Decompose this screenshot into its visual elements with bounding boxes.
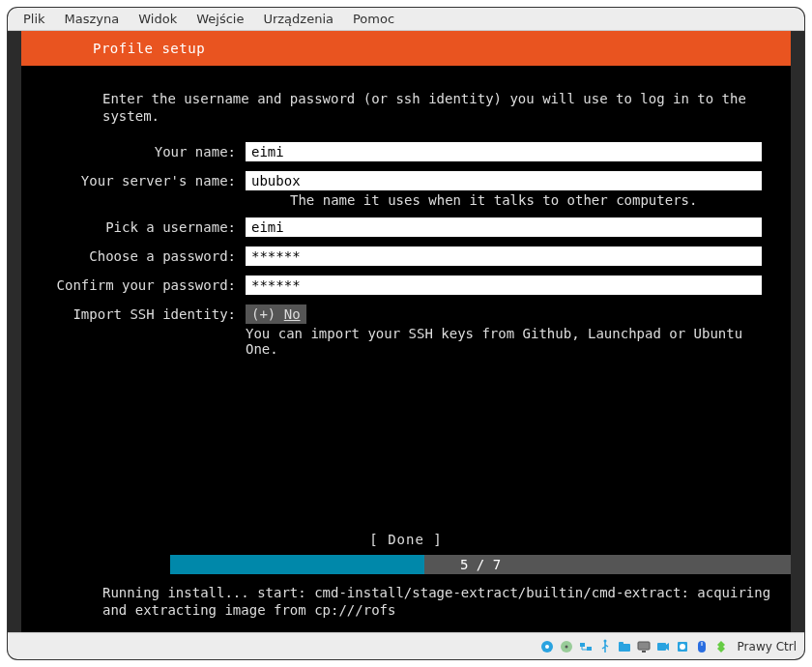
row-confirm-password: Confirm your password: ******	[21, 276, 762, 295]
label-confirm-password: Confirm your password:	[21, 276, 246, 293]
row-server-name: Your server's name: ububox The name it u…	[21, 171, 762, 208]
done-button[interactable]: [ Done ]	[369, 530, 442, 549]
menu-help[interactable]: Pomoc	[343, 12, 404, 26]
svg-rect-11	[657, 643, 666, 651]
progress-text: 5 / 7	[170, 555, 791, 574]
svg-rect-7	[619, 644, 630, 652]
installer-content: Enter the username and password (or ssh …	[21, 66, 791, 357]
svg-rect-15	[701, 642, 702, 646]
label-password: Choose a password:	[21, 246, 246, 264]
install-log: Running install... start: cmd-install/st…	[102, 585, 771, 619]
label-server-name: Your server's name:	[21, 171, 246, 188]
mouse-integration-icon[interactable]	[693, 638, 710, 655]
svg-point-6	[603, 639, 606, 642]
guest-screen: Profile setup Enter the username and pas…	[21, 31, 791, 632]
hint-server-name: The name it uses when it talks to other …	[246, 190, 762, 208]
ssh-toggle-prefix: (+)	[251, 306, 284, 322]
input-confirm-password[interactable]: ******	[246, 276, 762, 295]
installer-title: Profile setup	[93, 41, 205, 56]
svg-rect-9	[638, 642, 650, 650]
row-your-name: Your name: eimi	[21, 142, 762, 161]
statusbar: Prawy Ctrl	[8, 632, 804, 659]
keyboard-captured-icon[interactable]	[712, 638, 730, 655]
menu-file[interactable]: Plik	[14, 12, 55, 26]
svg-rect-4	[580, 643, 585, 647]
svg-point-1	[545, 645, 549, 649]
vm-window: Plik Maszyna Widok Wejście Urządzenia Po…	[8, 8, 804, 659]
installer-intro: Enter the username and password (or ssh …	[21, 91, 791, 142]
row-ssh-identity: Import SSH identity: (+) No You can impo…	[21, 304, 762, 357]
label-username: Pick a username:	[21, 218, 246, 235]
hdd-icon[interactable]	[538, 638, 556, 655]
display-icon[interactable]	[635, 638, 652, 655]
input-password[interactable]: ******	[246, 246, 762, 266]
host-key-label: Prawy Ctrl	[732, 640, 797, 653]
installer-title-bar: Profile setup	[21, 31, 791, 66]
recording-icon[interactable]	[654, 638, 672, 655]
label-ssh-identity: Import SSH identity:	[21, 304, 246, 322]
svg-point-3	[565, 645, 567, 648]
done-area: [ Done ]	[21, 530, 791, 549]
network-icon[interactable]	[577, 638, 594, 655]
ssh-toggle-value: No	[284, 306, 301, 322]
row-password: Choose a password: ******	[21, 246, 762, 266]
progress-spacer	[21, 555, 170, 574]
input-server-name[interactable]: ububox	[246, 171, 762, 190]
svg-rect-10	[642, 651, 646, 652]
input-your-name[interactable]: eimi	[246, 142, 762, 161]
menubar: Plik Maszyna Widok Wejście Urządzenia Po…	[8, 8, 804, 31]
menu-input[interactable]: Wejście	[187, 12, 253, 26]
svg-rect-8	[619, 642, 624, 645]
menu-view[interactable]: Widok	[129, 12, 187, 26]
audio-icon[interactable]	[674, 638, 691, 655]
label-your-name: Your name:	[21, 142, 246, 160]
toggle-ssh-identity[interactable]: (+) No	[246, 304, 306, 324]
menu-machine[interactable]: Maszyna	[55, 12, 130, 26]
optical-icon[interactable]	[558, 638, 575, 655]
profile-form: Your name: eimi Your server's name: ubub…	[21, 142, 791, 357]
hint-ssh-identity: You can import your SSH keys from Github…	[246, 324, 762, 357]
progress-bar: 5 / 7	[170, 555, 791, 574]
svg-point-13	[680, 644, 685, 650]
menu-devices[interactable]: Urządzenia	[253, 12, 343, 26]
progress-bar-wrap: 5 / 7	[21, 555, 791, 574]
usb-icon[interactable]	[596, 638, 614, 655]
input-username[interactable]: eimi	[246, 218, 762, 237]
row-username: Pick a username: eimi	[21, 218, 762, 237]
shared-folder-icon[interactable]	[616, 638, 633, 655]
